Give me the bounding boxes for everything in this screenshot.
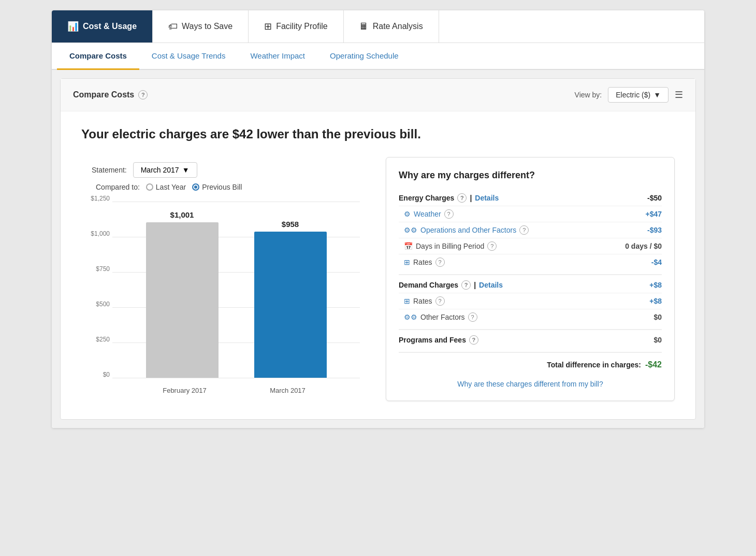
programs-fees-label: Programs and Fees <box>399 336 466 344</box>
programs-fees-header-row: Programs and Fees ? $0 <box>399 332 662 348</box>
card-title-help-icon[interactable]: ? <box>138 90 148 99</box>
total-value: -$42 <box>645 360 662 369</box>
last-year-radio[interactable]: Last Year <box>146 183 186 191</box>
operating-schedule-tab[interactable]: Operating Schedule <box>317 43 411 70</box>
card-header-left: Compare Costs ? <box>73 90 148 99</box>
bar-value-mar: $958 <box>282 220 299 229</box>
y-label-1250: $1,250 <box>84 195 110 202</box>
energy-rates-label: Rates <box>413 258 432 266</box>
y-label-750: $750 <box>84 265 110 273</box>
energy-charges-value: -$50 <box>631 194 662 202</box>
billing-days-help-icon[interactable]: ? <box>487 241 497 251</box>
energy-charges-pipe: | <box>470 194 472 202</box>
other-factors-help-icon[interactable]: ? <box>468 312 477 322</box>
operations-left: ⚙⚙ Operations and Other Factors ? <box>404 225 631 235</box>
brand-tab[interactable]: 📊 Cost & Usage <box>52 10 153 42</box>
compare-costs-card: Compare Costs ? View by: Electric ($) ▼ … <box>60 78 696 420</box>
why-title: Why are my charges different? <box>399 170 662 181</box>
programs-fees-help-icon[interactable]: ? <box>469 335 478 345</box>
demand-charges-pipe: | <box>474 281 476 289</box>
ways-to-save-tab[interactable]: 🏷 Ways to Save <box>153 10 249 42</box>
bar-value-feb: $1,001 <box>170 210 194 219</box>
weather-value: +$47 <box>631 210 662 218</box>
weather-help-icon[interactable]: ? <box>444 209 454 219</box>
demand-rates-left: ⊞ Rates ? <box>404 296 631 306</box>
bar-mar <box>254 232 327 378</box>
card-body: Your electric charges are $42 lower than… <box>61 111 695 419</box>
last-year-radio-circle <box>146 183 153 191</box>
weather-impact-tab[interactable]: Weather Impact <box>238 43 317 70</box>
y-label-500: $500 <box>84 301 110 308</box>
content-grid: Statement: March 2017 ▼ Compared to: <box>81 157 675 404</box>
compare-costs-tab[interactable]: Compare Costs <box>57 43 139 70</box>
billing-days-value: 0 days / $0 <box>625 242 662 250</box>
divider-1 <box>399 274 662 275</box>
weather-gear-icon: ⚙ <box>404 210 411 218</box>
y-label-0: $0 <box>84 371 110 378</box>
previous-bill-radio-circle <box>192 183 199 191</box>
energy-charges-group: Energy Charges ? | Details -$50 ⚙ <box>399 190 662 270</box>
card-header-right: View by: Electric ($) ▼ ☰ <box>575 87 683 103</box>
demand-rates-icon: ⊞ <box>404 297 410 305</box>
grid-line-0: $0 <box>112 378 360 378</box>
programs-fees-left: Programs and Fees ? <box>399 335 631 345</box>
other-factors-left: ⚙⚙ Other Factors ? <box>404 312 631 322</box>
x-label-mar: March 2017 <box>236 387 339 394</box>
total-row: Total difference in charges: -$42 <box>399 355 662 372</box>
brand-label: Cost & Usage <box>83 22 137 31</box>
weather-label[interactable]: Weather <box>414 210 441 218</box>
energy-rates-help-icon[interactable]: ? <box>435 258 445 267</box>
total-label: Total difference in charges: <box>547 361 641 369</box>
headline: Your electric charges are $42 lower than… <box>81 127 675 141</box>
energy-rates-row: ⊞ Rates ? -$4 <box>399 254 662 270</box>
bar-group-mar: $958 <box>241 220 339 378</box>
other-factors-row: ⚙⚙ Other Factors ? $0 <box>399 309 662 325</box>
compared-row: Compared to: Last Year Previous Bill <box>92 183 370 191</box>
bars-container: $1,001 $958 <box>112 202 360 378</box>
demand-rates-help-icon[interactable]: ? <box>435 296 445 306</box>
facility-profile-label: Facility Profile <box>276 22 328 31</box>
other-factors-value: $0 <box>631 313 662 321</box>
top-nav: 📊 Cost & Usage 🏷 Ways to Save ⊞ Facility… <box>52 10 704 43</box>
why-footer-link[interactable]: Why are these charges different from my … <box>399 380 662 388</box>
grid-icon: ⊞ <box>264 21 272 32</box>
demand-charges-help-icon[interactable]: ? <box>461 280 471 290</box>
chart-section: Statement: March 2017 ▼ Compared to: <box>81 157 370 404</box>
last-year-label: Last Year <box>156 183 186 191</box>
facility-profile-tab[interactable]: ⊞ Facility Profile <box>249 10 344 42</box>
rate-analysis-tab[interactable]: 🖩 Rate Analysis <box>344 10 439 42</box>
page-container: 📊 Cost & Usage 🏷 Ways to Save ⊞ Facility… <box>52 10 704 428</box>
energy-charges-left: Energy Charges ? | Details <box>399 193 631 203</box>
rate-analysis-label: Rate Analysis <box>373 22 423 31</box>
demand-charges-details-link[interactable]: Details <box>479 281 503 289</box>
chart-icon: 📊 <box>67 21 79 32</box>
energy-charges-header-row: Energy Charges ? | Details -$50 <box>399 190 662 206</box>
operations-help-icon[interactable]: ? <box>519 225 529 235</box>
menu-icon[interactable]: ☰ <box>675 89 683 101</box>
statement-row: Statement: March 2017 ▼ <box>92 162 370 178</box>
chevron-down-icon: ▼ <box>653 91 661 99</box>
bar-chart: $1,250 $1,000 $750 $500 <box>81 202 370 398</box>
view-by-label: View by: <box>575 91 602 99</box>
billing-days-left: 📅 Days in Billing Period ? <box>404 241 625 251</box>
previous-bill-label: Previous Bill <box>202 183 242 191</box>
calendar-icon: 📅 <box>404 242 413 250</box>
demand-charges-value: +$8 <box>631 281 662 289</box>
demand-rates-row: ⊞ Rates ? +$8 <box>399 293 662 309</box>
demand-charges-group: Demand Charges ? | Details +$8 ⊞ <box>399 277 662 325</box>
operations-label[interactable]: Operations and Other Factors <box>420 226 516 234</box>
operations-row: ⚙⚙ Operations and Other Factors ? -$93 <box>399 222 662 238</box>
compared-to-label: Compared to: <box>96 183 140 191</box>
energy-charges-details-link[interactable]: Details <box>475 194 499 202</box>
demand-rates-label: Rates <box>413 297 432 305</box>
previous-bill-radio[interactable]: Previous Bill <box>192 183 242 191</box>
energy-charges-help-icon[interactable]: ? <box>457 193 467 203</box>
view-by-dropdown[interactable]: Electric ($) ▼ <box>608 87 668 103</box>
weather-left: ⚙ Weather ? <box>404 209 631 219</box>
billing-days-row: 📅 Days in Billing Period ? 0 days / $0 <box>399 238 662 254</box>
rates-grid-icon: ⊞ <box>404 258 410 266</box>
statement-dropdown[interactable]: March 2017 ▼ <box>133 162 197 178</box>
x-label-feb: February 2017 <box>133 387 236 394</box>
cost-usage-trends-tab[interactable]: Cost & Usage Trends <box>139 43 238 70</box>
card-title: Compare Costs <box>73 90 134 99</box>
